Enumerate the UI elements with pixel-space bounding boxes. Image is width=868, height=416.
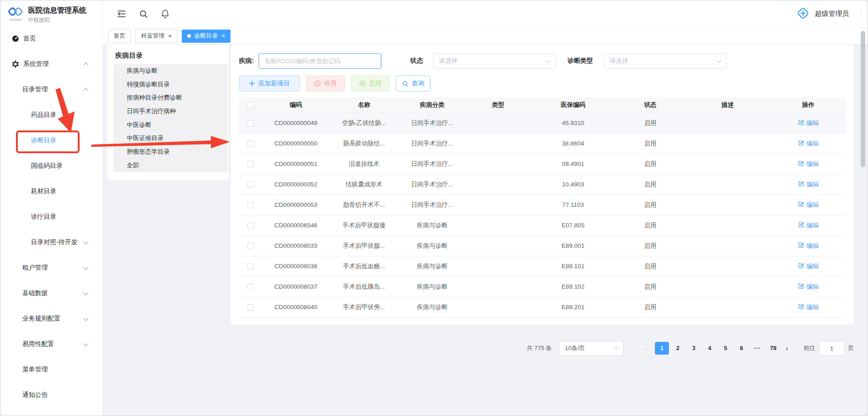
search-icon[interactable] — [139, 9, 149, 19]
sidebar-item-menu-management[interactable]: 菜单管理 — [0, 357, 102, 382]
edit-button[interactable]: 编辑 — [798, 221, 819, 230]
disease-search-input[interactable] — [259, 53, 381, 69]
catalog-item-all[interactable]: 全部 — [113, 159, 228, 172]
tab-diagnosis-catalog[interactable]: 诊断目录× — [182, 30, 230, 43]
catalog-item-disease-and-diagnosis[interactable]: 疾病与诊断 — [113, 64, 228, 78]
goto-page-input[interactable] — [819, 341, 844, 356]
edit-button[interactable]: 编辑 — [798, 180, 819, 189]
add-item-button[interactable]: 添加新项目 — [239, 75, 300, 91]
tab-department-management[interactable]: 科室管理× — [135, 30, 177, 43]
page-button-4[interactable]: 4 — [703, 342, 717, 355]
chevron-down-icon — [83, 239, 88, 244]
row-checkbox[interactable] — [247, 161, 254, 167]
catalog-item-special-chronic-diagnosis[interactable]: 特慢病诊断目录 — [113, 78, 228, 91]
page-size-select[interactable]: 10条/页 — [559, 341, 624, 356]
app-logo-icon — [8, 6, 23, 21]
chevron-up-icon — [83, 62, 88, 67]
edit-button[interactable]: 编辑 — [798, 201, 819, 209]
page-button-3[interactable]: 3 — [687, 342, 701, 355]
row-checkbox[interactable] — [247, 181, 254, 188]
sidebar-item-system-management[interactable]: 系统管理 — [0, 51, 102, 77]
sidebar-item-catalog-management[interactable]: 目录管理 — [0, 77, 102, 102]
close-tab-icon[interactable]: × — [221, 33, 225, 39]
row-checkbox[interactable] — [247, 222, 254, 229]
column-header: 名称 — [330, 97, 398, 113]
notification-bell-icon[interactable] — [160, 9, 170, 19]
sidebar-item-basic-data[interactable]: 基础数据 — [0, 281, 102, 306]
row-checkbox[interactable] — [247, 304, 254, 311]
table-row: CD0000008037手术后低胰岛...疾病与诊断E89.102启用编辑 — [239, 276, 846, 297]
page-button-1[interactable]: 1 — [655, 342, 669, 355]
select-all-checkbox[interactable] — [247, 102, 254, 108]
catalog-item-per-disease-payment-diagnosis[interactable]: 按病种目录付费诊断 — [113, 91, 228, 105]
close-tab-icon[interactable]: × — [168, 33, 172, 39]
row-checkbox[interactable] — [247, 140, 254, 147]
next-page-button[interactable]: › — [781, 342, 793, 355]
edit-icon — [798, 262, 804, 270]
sidebar-item-business-rule-config[interactable]: 业务规则配置 — [0, 306, 102, 331]
edit-button[interactable]: 编辑 — [798, 303, 819, 311]
catalog-item-day-surgery-diseases[interactable]: 日间手术治疗病种 — [113, 105, 228, 118]
cell-insurance_code: 38.8604 — [530, 133, 616, 154]
page-button-6[interactable]: 6 — [734, 342, 748, 355]
edit-button[interactable]: 编辑 — [798, 262, 819, 271]
edit-button[interactable]: 编辑 — [798, 242, 819, 250]
page-button-5[interactable]: 5 — [718, 342, 733, 355]
cell-insurance_code: 45.9310 — [530, 113, 616, 133]
collapse-sidebar-icon[interactable] — [116, 9, 127, 19]
more-pages-button[interactable]: ··· — [750, 342, 764, 355]
sidebar-item-home[interactable]: 首页 — [0, 26, 102, 51]
cell-desc — [684, 256, 771, 276]
edit-icon — [798, 140, 804, 147]
sidebar-item-tenant-management[interactable]: 租户管理 — [0, 255, 102, 281]
catalog-item-tumor-morphology-catalog[interactable]: 肿瘤形态学目录 — [113, 145, 228, 159]
sidebar-item-notice[interactable]: 通知公告 — [0, 382, 102, 408]
sidebar-item-national-code-catalog[interactable]: 国临码目录 — [0, 153, 102, 179]
column-header: 医保编码 — [530, 97, 616, 113]
edit-button[interactable]: 编辑 — [798, 283, 819, 291]
sidebar-item-label: 易用性配置 — [22, 340, 54, 348]
catalog-item-tcm-syndrome-catalog[interactable]: 中医证候目录 — [113, 131, 228, 145]
cell-desc — [684, 154, 771, 174]
row-checkbox[interactable] — [247, 202, 254, 208]
cell-insurance_code: 77.1103 — [530, 195, 616, 215]
sidebar-item-label: 首页 — [23, 35, 36, 43]
disable-button[interactable]: 停用 — [306, 75, 345, 91]
cell-insurance_code: 09.4901 — [530, 154, 616, 174]
enable-button[interactable]: 启用 — [351, 75, 390, 91]
catalog-item-tcm-diagnosis[interactable]: 中医诊断 — [113, 118, 228, 132]
page-scrollbar-thumb[interactable] — [861, 31, 865, 167]
edit-button[interactable]: 编辑 — [798, 160, 819, 168]
row-checkbox[interactable] — [247, 284, 254, 290]
gear-icon — [12, 60, 19, 68]
query-button[interactable]: 查询 — [396, 75, 430, 91]
sidebar-item-usability-config[interactable]: 易用性配置 — [0, 331, 102, 357]
user-menu[interactable]: 超级管理员 — [796, 6, 861, 22]
cell-name: 泪道挂线术 — [330, 154, 398, 174]
chevron-down-icon — [83, 316, 88, 321]
edit-button[interactable]: 编辑 — [798, 140, 819, 148]
edit-button[interactable]: 编辑 — [798, 119, 819, 127]
chevron-down-icon — [614, 346, 619, 350]
page-button-78[interactable]: 78 — [766, 342, 780, 355]
diagnosis-type-select[interactable]: 请选择 — [604, 53, 727, 69]
row-checkbox[interactable] — [247, 243, 254, 249]
status-select[interactable]: 请选择 — [433, 53, 556, 69]
sidebar-item-consumable-catalog[interactable]: 耗材目录 — [0, 179, 102, 204]
sidebar-item-drug-catalog[interactable]: 药品目录 — [0, 102, 102, 128]
sidebar-item-treatment-catalog[interactable]: 诊疗目录 — [0, 204, 102, 230]
cell-category: 疾病与诊断 — [398, 276, 466, 297]
main-area: 超级管理员 首页科室管理×诊断目录× 疾病目录 疾病与诊断特慢病诊断目录按病种目… — [103, 0, 868, 416]
tab-home[interactable]: 首页 — [108, 30, 131, 43]
prev-page-button[interactable]: ‹ — [640, 342, 652, 355]
sidebar: 医院信息管理系统 中联医院 首页系统管理目录管理药品目录诊断目录国临码目录耗材目… — [0, 0, 103, 416]
table-row: CD0000008036手术后低血糖...疾病与诊断E89.101启用编辑 — [239, 256, 846, 276]
edit-icon — [798, 160, 804, 168]
sidebar-item-diagnosis-catalog[interactable]: 诊断目录 — [0, 128, 102, 153]
row-checkbox[interactable] — [247, 120, 254, 126]
sidebar-item-catalog-mapping-todo[interactable]: 目录对照-待开发 — [0, 230, 102, 255]
chevron-down-icon — [83, 265, 88, 270]
cell-category: 日间手术治疗... — [398, 154, 466, 174]
row-checkbox[interactable] — [247, 263, 254, 270]
page-button-2[interactable]: 2 — [671, 342, 685, 355]
